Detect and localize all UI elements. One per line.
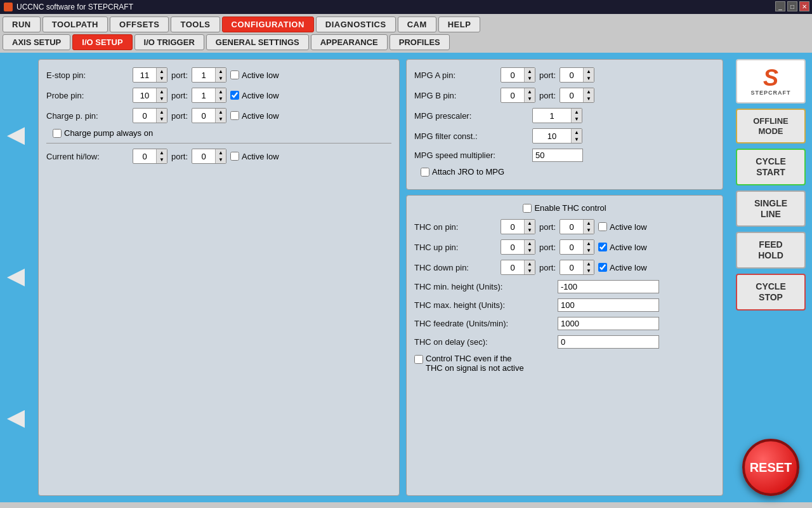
estop-port-up[interactable]: ▲ — [216, 68, 226, 75]
minimize-button[interactable]: _ — [775, 1, 785, 11]
control-thc-checkbox[interactable] — [414, 355, 423, 364]
probe-pin-up[interactable]: ▲ — [157, 88, 167, 95]
thc-down-pin-up[interactable]: ▲ — [525, 260, 535, 267]
nav-toolpath[interactable]: TOOLPATH — [43, 17, 108, 32]
single-line-button[interactable]: SINGLELINE — [736, 190, 806, 227]
probe-port-input[interactable] — [192, 90, 215, 102]
control-thc-label[interactable]: Control THC even if theTHC on signal is … — [414, 354, 524, 373]
mpg-a-pin-up[interactable]: ▲ — [525, 68, 535, 75]
cycle-stop-button[interactable]: CYCLESTOP — [736, 274, 806, 311]
current-hilow-port-spinner[interactable]: ▲ ▼ — [192, 149, 226, 164]
mpg-prescaler-spinner[interactable]: ▲ ▼ — [532, 108, 582, 123]
charge-pump-always-checkbox[interactable] — [53, 129, 62, 138]
thc-down-port-down[interactable]: ▼ — [584, 267, 594, 274]
estop-active-low-checkbox[interactable] — [230, 70, 239, 79]
probe-active-low-label[interactable]: Active low — [230, 91, 279, 100]
charge-pin-spinner[interactable]: ▲ ▼ — [133, 108, 167, 123]
maximize-button[interactable]: □ — [787, 1, 797, 11]
charge-active-low-label[interactable]: Active low — [230, 111, 279, 121]
estop-port-input[interactable] — [192, 69, 215, 81]
mpg-prescaler-up[interactable]: ▲ — [572, 109, 582, 116]
probe-pin-input[interactable] — [133, 90, 156, 102]
arrow-up-button[interactable] — [7, 127, 25, 145]
mpg-b-pin-input[interactable] — [501, 90, 524, 102]
charge-port-down[interactable]: ▼ — [216, 116, 226, 123]
arrow-mid-button[interactable] — [7, 269, 25, 286]
charge-pin-up[interactable]: ▲ — [157, 109, 167, 116]
mpg-a-port-spinner[interactable]: ▲ ▼ — [560, 67, 594, 83]
mpg-b-port-down[interactable]: ▼ — [584, 95, 594, 102]
current-hilow-port-input[interactable] — [192, 150, 215, 163]
estop-pin-input[interactable] — [133, 69, 156, 81]
estop-port-spinner[interactable]: ▲ ▼ — [192, 67, 226, 83]
probe-pin-spinner[interactable]: ▲ ▼ — [133, 88, 167, 103]
probe-pin-down[interactable]: ▼ — [157, 95, 167, 102]
probe-active-low-checkbox[interactable] — [230, 91, 239, 100]
thc-down-port-up[interactable]: ▲ — [584, 260, 594, 267]
subnav-io-setup[interactable]: I/O SETUP — [72, 34, 132, 50]
subnav-general-settings[interactable]: GENERAL SETTINGS — [206, 34, 309, 50]
thc-up-port-spinner[interactable]: ▲ ▼ — [560, 239, 594, 255]
mpg-filter-input[interactable] — [533, 130, 571, 142]
thc-on-port-up[interactable]: ▲ — [584, 220, 594, 227]
thc-delay-input[interactable] — [558, 335, 659, 349]
mpg-speed-input[interactable] — [532, 149, 583, 162]
thc-up-pin-up[interactable]: ▲ — [525, 240, 535, 247]
thc-up-active-low-label[interactable]: Active low — [598, 243, 647, 252]
thc-down-active-low-label[interactable]: Active low — [598, 263, 647, 272]
current-hilow-active-low-checkbox[interactable] — [230, 152, 239, 161]
subnav-io-trigger[interactable]: I/O TRIGGER — [134, 34, 204, 50]
thc-enable-checkbox[interactable] — [523, 204, 532, 213]
charge-port-input[interactable] — [192, 110, 215, 122]
current-hilow-active-low-label[interactable]: Active low — [230, 152, 279, 161]
thc-on-port-input[interactable] — [560, 221, 583, 233]
mpg-a-port-up[interactable]: ▲ — [584, 68, 594, 75]
thc-down-port-input[interactable] — [560, 262, 583, 274]
thc-on-port-spinner[interactable]: ▲ ▼ — [560, 219, 594, 234]
charge-active-low-checkbox[interactable] — [230, 111, 239, 120]
mpg-a-pin-down[interactable]: ▼ — [525, 75, 535, 82]
thc-on-pin-down[interactable]: ▼ — [525, 227, 535, 234]
close-button[interactable]: ✕ — [799, 1, 809, 11]
thc-down-active-low-checkbox[interactable] — [598, 263, 607, 272]
mpg-filter-spinner[interactable]: ▲ ▼ — [532, 128, 582, 144]
thc-on-pin-up[interactable]: ▲ — [525, 220, 535, 227]
charge-port-up[interactable]: ▲ — [216, 109, 226, 116]
subnav-profiles[interactable]: PROFILES — [390, 34, 450, 50]
charge-pin-down[interactable]: ▼ — [157, 116, 167, 123]
nav-help[interactable]: HELP — [438, 17, 481, 32]
nav-configuration[interactable]: CONFIGURATION — [222, 17, 314, 32]
cycle-start-button[interactable]: CYCLESTART — [736, 149, 806, 185]
thc-enable-label[interactable]: Enable THC control — [523, 203, 606, 213]
thc-down-pin-down[interactable]: ▼ — [525, 267, 535, 274]
thc-on-port-down[interactable]: ▼ — [584, 227, 594, 234]
current-hilow-port-down[interactable]: ▼ — [216, 156, 226, 163]
charge-pin-input[interactable] — [133, 110, 156, 122]
thc-on-active-low-checkbox[interactable] — [598, 222, 607, 231]
thc-down-pin-spinner[interactable]: ▲ ▼ — [501, 260, 535, 275]
estop-port-down[interactable]: ▼ — [216, 75, 226, 82]
current-hilow-pin-input[interactable] — [133, 150, 156, 163]
thc-max-height-input[interactable] — [558, 298, 659, 312]
subnav-appearance[interactable]: APPEARANCE — [311, 34, 388, 50]
mpg-b-pin-up[interactable]: ▲ — [525, 88, 535, 95]
charge-pump-always-label[interactable]: Charge pump always on — [53, 128, 153, 138]
current-hilow-pin-down[interactable]: ▼ — [157, 156, 167, 163]
nav-tools[interactable]: TOOLS — [171, 17, 219, 32]
current-hilow-pin-spinner[interactable]: ▲ ▼ — [133, 149, 167, 164]
probe-port-down[interactable]: ▼ — [216, 95, 226, 102]
subnav-axis-setup[interactable]: AXIS SETUP — [3, 34, 70, 50]
estop-active-low-label[interactable]: Active low — [230, 70, 279, 80]
mpg-a-port-input[interactable] — [560, 69, 583, 81]
probe-port-spinner[interactable]: ▲ ▼ — [192, 88, 226, 103]
thc-on-pin-spinner[interactable]: ▲ ▼ — [501, 219, 535, 234]
nav-run[interactable]: RUN — [3, 17, 41, 32]
probe-port-up[interactable]: ▲ — [216, 88, 226, 95]
mpg-b-port-input[interactable] — [560, 90, 583, 102]
current-hilow-pin-up[interactable]: ▲ — [157, 149, 167, 156]
mpg-a-port-down[interactable]: ▼ — [584, 75, 594, 82]
arrow-down-button[interactable] — [7, 410, 25, 428]
thc-on-active-low-label[interactable]: Active low — [598, 222, 647, 232]
mpg-a-pin-input[interactable] — [501, 69, 524, 81]
thc-on-pin-input[interactable] — [501, 221, 524, 233]
